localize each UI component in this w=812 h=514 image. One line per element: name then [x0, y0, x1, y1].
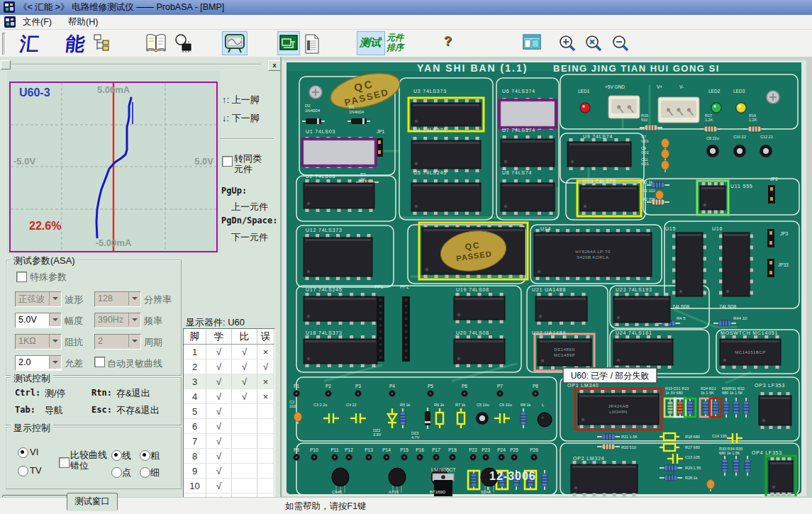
electrolytic-cap — [476, 412, 489, 425]
thick-weight-radio[interactable] — [140, 450, 150, 461]
svg-text:U20 74LS08: U20 74LS08 — [456, 330, 489, 335]
pin-row[interactable]: 9√ — [184, 464, 274, 479]
same-type-checkbox[interactable] — [222, 156, 233, 167]
pin-row[interactable]: 4√√× — [184, 389, 274, 404]
ic-U13: QCPASSED — [419, 223, 528, 279]
green-board-icon — [279, 33, 298, 53]
close-panel-button[interactable]: x — [268, 60, 281, 71]
thick-weight-label: 粗 — [150, 449, 160, 462]
svg-text:OP4 LF353: OP4 LF353 — [752, 450, 782, 455]
panel-divider[interactable] — [280, 57, 282, 497]
svg-text:P25: P25 — [510, 447, 518, 452]
zoom-out-icon[interactable] — [611, 34, 631, 54]
pin-row[interactable]: 3√√× — [184, 374, 274, 389]
zoom-reset-icon[interactable] — [584, 34, 604, 54]
pin-row[interactable]: 7√ — [184, 434, 274, 449]
jumper — [767, 259, 774, 277]
component-sort-button[interactable]: 元件 排序 — [386, 33, 404, 52]
svg-text:3.9V: 3.9V — [373, 432, 382, 437]
svg-text:JP1: JP1 — [377, 129, 385, 134]
curve-display-button[interactable] — [222, 31, 248, 55]
svg-text:U22 UA1489: U22 UA1489 — [532, 330, 566, 335]
key-ctrl: Ctrl: — [15, 388, 40, 398]
period-label: 周期 — [144, 336, 162, 349]
test-mode-button[interactable]: 测试 — [357, 31, 385, 55]
search-component-icon[interactable] — [172, 33, 194, 53]
svg-text:YAN SHI BAN (1.1): YAN SHI BAN (1.1) — [417, 62, 528, 74]
svg-text:P15: P15 — [400, 447, 408, 452]
key-rtn-action: 存&退出 — [116, 387, 150, 400]
vi-plot-area[interactable]: U60-3 5.00mA -5.0V 5.0V 22.6% -5.00mA — [9, 82, 218, 252]
waveform-select[interactable]: 正弦波 — [15, 291, 62, 307]
tolerance-select[interactable]: 2.0 — [15, 355, 62, 371]
svg-text:R20 510: R20 510 — [621, 445, 636, 449]
svg-text:U21 UA1488: U21 UA1488 — [532, 287, 566, 292]
resolution-select[interactable]: 128 — [94, 291, 141, 307]
document-app-icon[interactable] — [4, 16, 16, 28]
impedance-select[interactable]: 1KΩ — [15, 334, 62, 350]
pgdn-key: PgDn/Space: — [221, 216, 277, 225]
key-rtn: Rtn: — [91, 388, 112, 398]
svg-text:R8 1k: R8 1k — [521, 403, 531, 407]
layout-window-button[interactable] — [521, 31, 543, 54]
report-document-icon[interactable] — [304, 34, 321, 54]
circuit-board-photo[interactable]: P1P2P3P4P5P6P7P8P9P10P11P12P13P14P15P16P… — [282, 60, 806, 496]
zoom-in-icon[interactable] — [558, 34, 578, 54]
dot-style-radio[interactable] — [111, 467, 122, 478]
pin-row[interactable]: 5√ — [184, 404, 274, 419]
panel-splitter-track[interactable] — [11, 64, 261, 65]
toolbar-grip[interactable] — [2, 33, 6, 55]
pin-result-table[interactable]: 脚 学 比 误 1√√×2√√√3√√×4√√×5√6√7√8√9√10√11√… — [183, 328, 275, 514]
help-icon[interactable]: ? — [444, 34, 452, 49]
board-window-button[interactable] — [277, 31, 300, 55]
svg-text:U17 74LS245: U17 74LS245 — [306, 287, 343, 292]
svg-text:P5: P5 — [428, 384, 433, 389]
oscilloscope-tv-icon — [223, 33, 246, 54]
svg-text:C4 22: C4 22 — [346, 403, 357, 407]
col-error: 误 — [257, 329, 274, 345]
frequency-select[interactable]: 390Hz — [94, 313, 141, 328]
svg-text:P18: P18 — [448, 447, 457, 452]
period-select[interactable]: 2 — [94, 334, 141, 350]
line-style-radio[interactable] — [111, 450, 122, 461]
amplitude-select[interactable]: 5.0V — [15, 313, 62, 328]
pin-row[interactable]: 2√√√ — [184, 359, 274, 374]
special-params-checkbox[interactable] — [16, 272, 27, 282]
amplitude-label: 幅度 — [65, 315, 83, 328]
svg-text:DS1489N: DS1489N — [554, 347, 575, 352]
svg-text:P26: P26 — [530, 447, 538, 452]
svg-text:680 1k 1.5K: 680 1k 1.5K — [722, 391, 743, 395]
menu-file[interactable]: 文件(F) — [20, 16, 55, 28]
menu-help[interactable]: 帮助(H) — [65, 16, 101, 28]
svg-text:BEING JING TIAN HUI GONG SI: BEING JING TIAN HUI GONG SI — [553, 63, 720, 74]
library-book-icon[interactable] — [145, 33, 167, 53]
svg-text:P9: P9 — [294, 447, 299, 452]
title-bar[interactable]: 《< 汇能 >》 电路维修测试仪 —— ProbASA - [BMP] — [0, 0, 812, 15]
vi-mode-radio[interactable] — [18, 447, 28, 458]
component-tree-icon[interactable] — [94, 34, 111, 52]
pin-row[interactable]: 1√√× — [184, 345, 274, 359]
auto-curve-checkbox[interactable] — [94, 357, 105, 367]
compare-offset-checkbox[interactable] — [59, 457, 69, 468]
svg-text:P2: P2 — [326, 384, 331, 389]
svg-text:74LS08: 74LS08 — [719, 304, 736, 309]
test-panel: x U60-3 5.00mA -5.0V 5.0V 22.6% — [0, 57, 281, 497]
led — [580, 103, 590, 113]
tab-test-window[interactable]: 测试窗口 — [67, 493, 118, 510]
pin-row[interactable]: 10√ — [184, 479, 274, 493]
pgup-key: PgUp: — [221, 186, 247, 196]
svg-text:HY6264A LP-70: HY6264A LP-70 — [575, 250, 611, 254]
electrolytic-cap — [706, 145, 719, 157]
svg-text:U3 74LS373: U3 74LS373 — [413, 89, 447, 94]
pin-row[interactable]: 6√ — [184, 419, 274, 434]
svg-text:P16: P16 — [416, 447, 424, 452]
svg-text:P3: P3 — [355, 384, 361, 389]
prev-pin-hint: ↑: 上一脚 — [222, 94, 260, 106]
svg-text:1N4004: 1N4004 — [305, 108, 321, 113]
svg-text:MOSWTCH MC14051: MOSWTCH MC14051 — [721, 330, 778, 335]
key-ctrl-action: 测/停 — [45, 387, 66, 400]
tv-mode-radio[interactable] — [18, 466, 28, 476]
thin-weight-radio[interactable] — [140, 467, 150, 478]
pin-row[interactable]: 8√ — [184, 449, 274, 464]
panel-splitter-handle[interactable] — [1, 60, 11, 69]
